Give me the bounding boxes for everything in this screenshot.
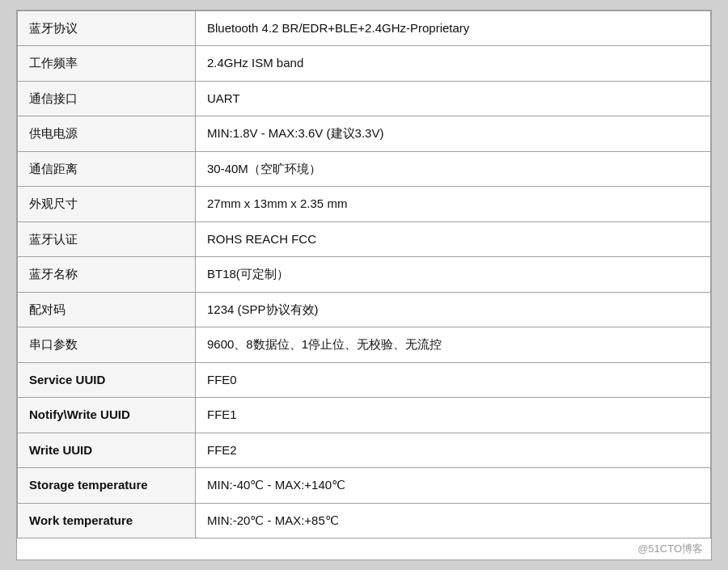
row-value-10: FFE0 (196, 362, 711, 398)
table-row: 蓝牙名称BT18(可定制） (18, 257, 711, 293)
table-row: 配对码1234 (SPP协议有效) (18, 292, 711, 327)
row-label-8: 配对码 (18, 292, 196, 327)
spec-table-container: 蓝牙协议Bluetooth 4.2 BR/EDR+BLE+2.4GHz-Prop… (16, 10, 712, 561)
row-value-0: Bluetooth 4.2 BR/EDR+BLE+2.4GHz-Propriet… (196, 11, 711, 46)
spec-table: 蓝牙协议Bluetooth 4.2 BR/EDR+BLE+2.4GHz-Prop… (17, 11, 711, 539)
table-row: Write UUIDFFE2 (18, 433, 711, 468)
row-value-4: 30-40M（空旷环境） (196, 151, 711, 187)
row-label-0: 蓝牙协议 (18, 11, 196, 46)
table-row: 供电电源MIN:1.8V - MAX:3.6V (建议3.3V) (18, 116, 711, 152)
row-label-1: 工作频率 (18, 46, 196, 82)
row-label-9: 串口参数 (18, 327, 196, 363)
row-value-7: BT18(可定制） (196, 257, 711, 293)
row-label-7: 蓝牙名称 (18, 257, 196, 293)
row-value-13: MIN:-40℃ - MAX:+140℃ (196, 468, 711, 504)
table-row: Service UUIDFFE0 (18, 362, 711, 398)
row-value-8: 1234 (SPP协议有效) (196, 292, 711, 327)
row-label-4: 通信距离 (18, 151, 196, 187)
row-value-5: 27mm x 13mm x 2.35 mm (196, 187, 711, 222)
table-row: 蓝牙认证ROHS REACH FCC (18, 222, 711, 257)
table-row: 外观尺寸27mm x 13mm x 2.35 mm (18, 187, 711, 222)
row-label-10: Service UUID (18, 362, 196, 398)
row-value-3: MIN:1.8V - MAX:3.6V (建议3.3V) (196, 116, 711, 152)
row-value-9: 9600、8数据位、1停止位、无校验、无流控 (196, 327, 711, 363)
table-row: 通信接口UART (18, 81, 711, 116)
table-row: 工作频率2.4GHz ISM band (18, 46, 711, 82)
row-label-13: Storage temperature (18, 468, 196, 504)
table-row: 蓝牙协议Bluetooth 4.2 BR/EDR+BLE+2.4GHz-Prop… (18, 11, 711, 46)
row-label-3: 供电电源 (18, 116, 196, 152)
table-row: 通信距离30-40M（空旷环境） (18, 151, 711, 187)
row-value-12: FFE2 (196, 433, 711, 468)
table-row: Storage temperatureMIN:-40℃ - MAX:+140℃ (18, 468, 711, 504)
row-value-2: UART (196, 81, 711, 116)
row-label-6: 蓝牙认证 (18, 222, 196, 257)
table-row: Notify\Write UUIDFFE1 (18, 398, 711, 433)
row-label-5: 外观尺寸 (18, 187, 196, 222)
row-label-14: Work temperature (18, 503, 196, 538)
row-value-6: ROHS REACH FCC (196, 222, 711, 257)
row-value-1: 2.4GHz ISM band (196, 46, 711, 82)
table-row: 串口参数9600、8数据位、1停止位、无校验、无流控 (18, 327, 711, 363)
row-label-12: Write UUID (18, 433, 196, 468)
row-value-14: MIN:-20℃ - MAX:+85℃ (196, 503, 711, 538)
row-label-11: Notify\Write UUID (18, 398, 196, 433)
row-label-2: 通信接口 (18, 81, 196, 116)
row-value-11: FFE1 (196, 398, 711, 433)
table-row: Work temperatureMIN:-20℃ - MAX:+85℃ (18, 503, 711, 538)
watermark: @51CTO博客 (17, 538, 711, 559)
